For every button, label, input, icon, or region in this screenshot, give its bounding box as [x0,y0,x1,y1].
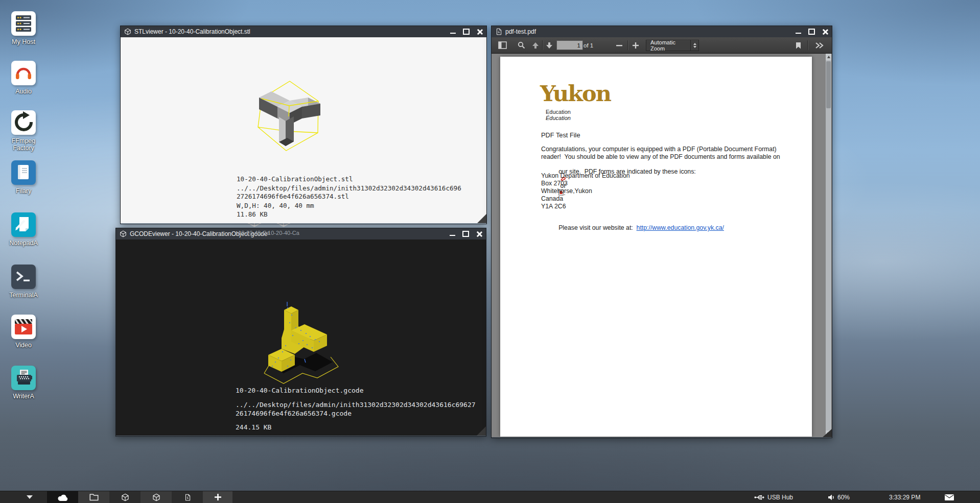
double-chevron-right-icon [815,42,824,49]
gcodeviewer-titlebar[interactable]: GCODEviewer - 10-20-40-CalibrationObject… [116,228,486,239]
terminal-icon [11,265,36,289]
desktop-icon-terminala[interactable]: TerminalA [7,265,40,299]
pdf-window: pdf-test.pdf [491,26,832,438]
toolbar-divider [542,40,543,50]
desktop-icon-label: Audio [7,88,40,95]
visit-line: Please visit our website at: http://www.… [541,217,724,238]
resize-grip[interactable] [823,429,832,437]
previous-page-button[interactable] [529,37,542,53]
minimize-button[interactable] [450,33,456,34]
stl-filename: 10-20-40-CalibrationObject.stl [237,175,353,183]
window-title: pdf-test.pdf [505,28,796,35]
page-number-input[interactable] [556,40,583,50]
gcode-viewport[interactable]: 10-20-40-CalibrationObject.gcode ../../D… [116,239,486,436]
desktop-icon-video[interactable]: Video [7,315,40,349]
toolbar-divider [807,40,808,50]
taskbar: USB Hub 60% 3:33:29 PM [0,491,980,503]
stl-viewport[interactable]: 10-20-40-CalibrationObject.stl ../../Des… [121,37,486,223]
sidebar-toggle-button[interactable] [496,37,509,53]
gcode-path-line2: 26174696f6e4f626a656374.gcode [236,410,352,417]
search-icon [518,41,525,49]
taskbar-menu-button[interactable] [15,491,44,503]
headphones-icon [11,61,36,85]
close-button[interactable] [822,29,828,35]
bookmark-icon [796,42,801,49]
desktop-icon-writera[interactable]: WriterA [7,366,40,400]
usb-status[interactable]: USB Hub [754,491,793,503]
close-button[interactable] [477,29,482,35]
desktop-icon-label: FFmpeg Factory [7,137,40,152]
stlviewer-titlebar[interactable]: STLviewer - 10-20-40-CalibrationObject.s… [121,26,486,37]
pdf-page: Yukon Education Éducation PDF Test File … [500,57,812,437]
toolbar-more-button[interactable] [811,37,828,53]
taskbar-task-cloud[interactable] [47,491,78,503]
address-line4: Canada [541,195,563,202]
desktop-icon-label: My Host [7,38,40,45]
zoom-out-button[interactable] [613,37,625,53]
desktop-icon-label: Filary [7,187,40,195]
bookmark-button[interactable] [792,37,804,53]
scrollbar-thumb[interactable] [826,61,831,108]
minimize-button[interactable] [796,33,801,34]
resize-grip[interactable] [477,426,486,436]
next-page-button[interactable] [543,37,555,53]
window-title: GCODEviewer - 10-20-40-CalibrationObject… [130,230,450,237]
desktop-icon-label: NotepadA [7,239,40,247]
plus-icon [215,494,221,500]
cube-icon [120,230,127,237]
window-title: STLviewer - 10-20-40-CalibrationObject.s… [134,28,450,35]
taskbar-mail-button[interactable] [939,491,960,503]
typewriter-icon [11,366,36,390]
stl-dimensions: W,D,H: 40, 40, 40 mm [237,202,314,209]
close-button[interactable] [476,231,482,237]
address-line2: Box 2703 [541,180,568,187]
scrollbar-track[interactable] [826,54,831,437]
desktop-icon-label: TerminalA [7,292,40,299]
desktop-icon-filary[interactable]: Filary [7,160,40,195]
search-button[interactable] [515,37,527,53]
pdf-file-icon [495,28,502,35]
page-count-label: of 1 [584,37,593,53]
taskbar-task-stlviewer[interactable] [109,491,141,503]
taskbar-task-gcodeviewer[interactable] [141,491,172,503]
resize-grip[interactable] [477,214,486,223]
maximize-button[interactable] [808,29,815,35]
taskbar-task-files[interactable] [78,491,109,503]
gcode-path-line1: ../../Desktop/files/admin/inith31302d323… [236,401,476,409]
gcode-filesize: 244.15 KB [236,423,271,431]
pdf-titlebar[interactable]: pdf-test.pdf [492,26,832,37]
logo-education-en: Education [546,109,571,115]
desktop-icon-audio[interactable]: Audio [7,61,40,95]
zoom-in-button[interactable] [629,37,642,53]
note-pencil-icon [11,212,36,237]
speaker-icon [828,494,835,500]
maximize-button[interactable] [463,29,470,35]
stlviewer-window: STLviewer - 10-20-40-CalibrationObject.s… [120,26,487,224]
yukon-logo: Yukon [540,81,611,106]
desktop: My Host Audio FFmpeg Factory [0,0,980,503]
taskbar-new-button[interactable] [203,491,232,503]
scroll-up-button[interactable] [826,54,831,60]
recycle-arrows-icon [11,110,36,135]
taskbar-task-pdfviewer[interactable] [172,491,203,503]
address-line1: Yukon Department of Education [541,172,630,179]
desktop-icon-my-host[interactable]: My Host [7,11,40,45]
website-link[interactable]: http://www.education.gov.yk.ca/ [637,224,724,231]
clock[interactable]: 3:33:29 PM [889,491,920,503]
desktop-icon-notepada[interactable]: NotepadA [7,212,40,247]
volume-status[interactable]: 60% [828,491,850,503]
maximize-button[interactable] [462,231,469,237]
doc-heading: PDF Test File [541,131,580,139]
doc-paragraph-line2: reader! You should be able to view any o… [541,153,780,160]
usb-icon [754,494,764,500]
arrow-up-icon [532,42,539,49]
cube-icon [124,28,131,35]
minimize-button[interactable] [450,235,455,236]
folder-icon [89,493,99,501]
gcode-filename: 10-20-40-CalibrationObject.gcode [236,387,363,394]
server-icon [11,11,36,36]
stl-3d-object [245,66,339,160]
zoom-select-spinner [690,40,698,51]
desktop-icon-ffmpeg-factory[interactable]: FFmpeg Factory [7,110,40,152]
zoom-select[interactable]: Automatic Zoom [646,40,699,51]
